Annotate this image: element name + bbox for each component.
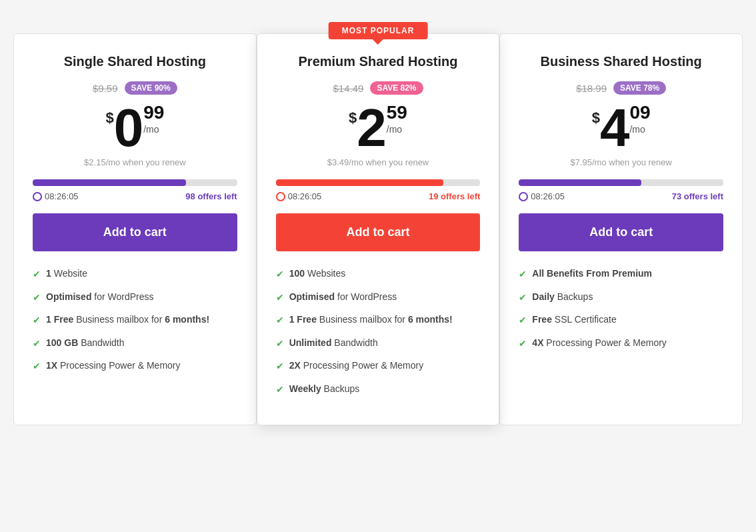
features-list-business: ✔All Benefits From Premium✔Daily Backups… xyxy=(519,267,723,350)
feature-text-single-2: 1 Free Business mailbox for 6 months! xyxy=(46,313,209,327)
pricing-wrapper: Single Shared Hosting $9.59 SAVE 90% $ 0… xyxy=(13,13,743,425)
plan-card-premium: MOST POPULARPremium Shared Hosting $14.4… xyxy=(257,33,500,425)
per-mo-business: /mo xyxy=(629,124,650,135)
check-icon-premium-3: ✔ xyxy=(276,337,284,351)
feature-item-single-3: ✔100 GB Bandwidth xyxy=(33,337,237,351)
renew-price-business: $7.95/mo when you renew xyxy=(519,157,723,167)
check-icon-premium-2: ✔ xyxy=(276,314,284,327)
feature-item-single-0: ✔1 Website xyxy=(33,267,237,281)
check-icon-premium-0: ✔ xyxy=(276,268,284,281)
progress-bar-container-premium xyxy=(276,179,481,186)
timer-value-business: 08:26:05 xyxy=(531,191,565,201)
check-icon-business-1: ✔ xyxy=(519,291,527,305)
offers-count-business: 73 offers left xyxy=(672,191,723,201)
feature-text-business-0: All Benefits From Premium xyxy=(532,267,652,281)
per-mo-single: /mo xyxy=(143,124,164,135)
plan-card-business: Business Shared Hosting $18.99 SAVE 78% … xyxy=(499,33,743,425)
feature-text-business-2: Free SSL Certificate xyxy=(532,313,616,327)
check-icon-business-3: ✔ xyxy=(519,337,527,351)
feature-item-single-4: ✔1X Processing Power & Memory xyxy=(33,359,237,373)
dollar-sign-single: $ xyxy=(105,109,113,127)
feature-text-premium-0: 100 Websites xyxy=(289,267,346,281)
check-icon-single-3: ✔ xyxy=(33,337,41,351)
price-display-business: $ 4 09 /mo xyxy=(519,101,723,155)
progress-bar-fill-single xyxy=(33,179,186,186)
offers-row-business: 08:26:05 73 offers left xyxy=(519,191,723,201)
feature-item-business-0: ✔All Benefits From Premium xyxy=(519,267,723,281)
plan-title-single: Single Shared Hosting xyxy=(33,54,237,69)
check-icon-business-0: ✔ xyxy=(519,268,527,281)
timer-text-single: 08:26:05 xyxy=(33,191,79,201)
per-mo-premium: /mo xyxy=(387,124,407,135)
feature-text-premium-2: 1 Free Business mailbox for 6 months! xyxy=(289,313,453,327)
check-icon-business-2: ✔ xyxy=(519,314,527,327)
add-to-cart-btn-business[interactable]: Add to cart xyxy=(519,213,723,251)
check-icon-premium-4: ✔ xyxy=(276,360,284,373)
progress-bar-fill-business xyxy=(519,179,641,186)
feature-text-premium-4: 2X Processing Power & Memory xyxy=(289,359,424,373)
clock-icon-single xyxy=(33,192,42,201)
price-cents-single: 99 xyxy=(143,101,164,124)
check-icon-premium-1: ✔ xyxy=(276,291,284,305)
offers-count-single: 98 offers left xyxy=(185,191,237,201)
price-main-business: 4 xyxy=(600,101,630,155)
feature-item-single-1: ✔Optimised for WordPress xyxy=(33,291,237,305)
plan-title-business: Business Shared Hosting xyxy=(519,54,723,69)
timer-value-single: 08:26:05 xyxy=(45,191,79,201)
offers-row-premium: 08:26:05 19 offers left xyxy=(276,191,481,201)
feature-text-single-1: Optimised for WordPress xyxy=(46,291,154,304)
features-list-single: ✔1 Website✔Optimised for WordPress✔1 Fre… xyxy=(33,267,237,373)
save-badge-single: SAVE 90% xyxy=(125,81,177,95)
feature-item-business-2: ✔Free SSL Certificate xyxy=(519,313,723,327)
check-icon-single-1: ✔ xyxy=(33,291,41,305)
original-price-business: $18.99 xyxy=(576,83,607,94)
check-icon-premium-5: ✔ xyxy=(276,383,284,397)
progress-bar-container-business xyxy=(519,179,723,186)
feature-item-premium-0: ✔100 Websites xyxy=(276,267,481,281)
feature-text-single-3: 100 GB Bandwidth xyxy=(46,337,125,350)
price-main-premium: 2 xyxy=(357,101,387,155)
price-display-premium: $ 2 59 /mo xyxy=(276,101,481,155)
price-cents-business: 09 xyxy=(629,101,650,124)
feature-text-business-3: 4X Processing Power & Memory xyxy=(532,337,667,350)
feature-text-premium-1: Optimised for WordPress xyxy=(289,291,397,304)
price-row-premium: $14.49 SAVE 82% xyxy=(276,81,481,95)
check-icon-single-4: ✔ xyxy=(33,360,41,373)
price-cents-mo-premium: 59 /mo xyxy=(387,101,407,137)
clock-icon-premium xyxy=(276,192,285,201)
plan-title-premium: Premium Shared Hosting xyxy=(276,54,481,69)
original-price-single: $9.59 xyxy=(93,83,118,94)
price-display-single: $ 0 99 /mo xyxy=(33,101,237,155)
check-icon-single-0: ✔ xyxy=(33,268,41,281)
feature-text-single-4: 1X Processing Power & Memory xyxy=(46,359,181,373)
renew-price-premium: $3.49/mo when you renew xyxy=(276,157,481,167)
dollar-sign-business: $ xyxy=(592,109,600,127)
progress-bar-container-single xyxy=(33,179,237,186)
feature-item-business-3: ✔4X Processing Power & Memory xyxy=(519,337,723,351)
dollar-sign-premium: $ xyxy=(349,109,357,127)
price-cents-mo-business: 09 /mo xyxy=(629,101,650,137)
features-list-premium: ✔100 Websites✔Optimised for WordPress✔1 … xyxy=(276,267,481,397)
add-to-cart-btn-premium[interactable]: Add to cart xyxy=(276,213,481,251)
feature-item-business-1: ✔Daily Backups xyxy=(519,291,723,305)
price-row-single: $9.59 SAVE 90% xyxy=(33,81,237,95)
feature-item-premium-5: ✔Weekly Backups xyxy=(276,383,481,397)
feature-item-premium-1: ✔Optimised for WordPress xyxy=(276,291,481,305)
feature-item-premium-4: ✔2X Processing Power & Memory xyxy=(276,359,481,373)
feature-text-business-1: Daily Backups xyxy=(532,291,593,304)
save-badge-business: SAVE 78% xyxy=(613,81,666,95)
feature-item-premium-2: ✔1 Free Business mailbox for 6 months! xyxy=(276,313,481,327)
timer-value-premium: 08:26:05 xyxy=(288,191,322,201)
original-price-premium: $14.49 xyxy=(333,83,363,94)
price-cents-premium: 59 xyxy=(387,101,407,124)
timer-text-business: 08:26:05 xyxy=(519,191,565,201)
offers-row-single: 08:26:05 98 offers left xyxy=(33,191,237,201)
feature-text-premium-3: Unlimited Bandwidth xyxy=(289,337,378,350)
feature-item-premium-3: ✔Unlimited Bandwidth xyxy=(276,337,481,351)
save-badge-premium: SAVE 82% xyxy=(370,81,423,95)
add-to-cart-btn-single[interactable]: Add to cart xyxy=(33,213,237,251)
renew-price-single: $2.15/mo when you renew xyxy=(33,157,237,167)
feature-text-premium-5: Weekly Backups xyxy=(289,383,360,396)
price-cents-mo-single: 99 /mo xyxy=(143,101,164,137)
price-row-business: $18.99 SAVE 78% xyxy=(519,81,723,95)
